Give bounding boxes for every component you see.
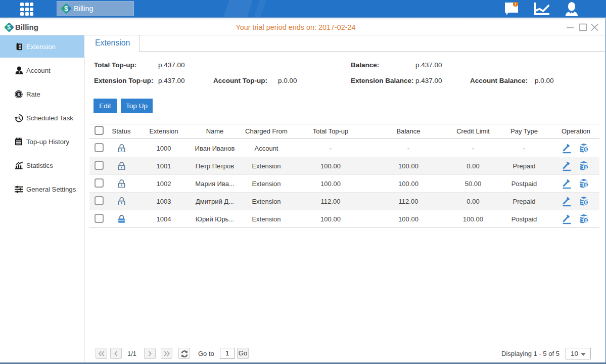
- svg-text:$: $: [584, 147, 587, 152]
- svg-text:$: $: [584, 165, 587, 170]
- svg-text:$: $: [584, 218, 587, 223]
- svg-text:!: !: [515, 2, 517, 7]
- svg-text:$: $: [584, 200, 587, 205]
- svg-text:$: $: [584, 183, 587, 188]
- svg-text:$: $: [18, 92, 20, 97]
